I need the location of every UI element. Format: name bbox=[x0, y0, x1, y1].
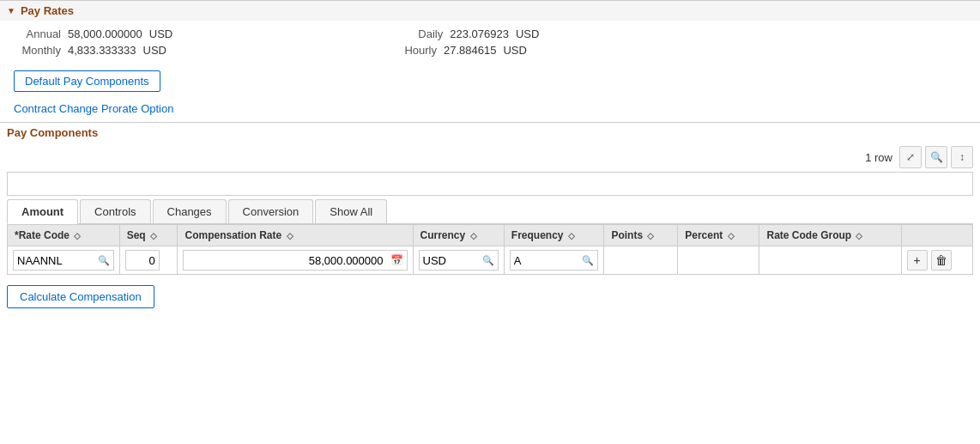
monthly-label: Monthly bbox=[14, 44, 61, 57]
monthly-rate: Monthly 4,833.333333 USD bbox=[14, 44, 166, 57]
daily-currency: USD bbox=[516, 27, 539, 40]
annual-value: 58,000.000000 bbox=[68, 27, 142, 40]
rate-code-input-wrapper: 🔍 bbox=[13, 250, 114, 271]
rate-code-cell: 🔍 bbox=[8, 246, 120, 275]
pay-components-title: Pay Components bbox=[7, 126, 98, 139]
currency-input[interactable] bbox=[423, 254, 482, 267]
th-currency: Currency ◇ bbox=[413, 225, 504, 246]
seq-cell bbox=[119, 246, 178, 275]
default-pay-components-button[interactable]: Default Pay Components bbox=[14, 70, 160, 92]
hourly-value: 27.884615 bbox=[444, 44, 496, 57]
frequency-lookup-icon[interactable]: 🔍 bbox=[582, 255, 594, 266]
pay-components-table: *Rate Code ◇ Seq ◇ Compensation Rate ◇ C… bbox=[7, 224, 973, 275]
row-actions-cell: + 🗑 bbox=[901, 246, 972, 275]
comp-rate-sort-icon[interactable]: ◇ bbox=[287, 231, 293, 240]
currency-lookup-icon[interactable]: 🔍 bbox=[482, 255, 494, 266]
th-actions bbox=[901, 225, 972, 246]
th-percent: Percent ◇ bbox=[678, 225, 759, 246]
delete-icon: 🗑 bbox=[935, 253, 947, 267]
tab-changes[interactable]: Changes bbox=[153, 199, 227, 223]
frequency-input[interactable] bbox=[514, 254, 583, 267]
monthly-value: 4,833.333333 bbox=[68, 44, 136, 57]
annual-rate: Annual 58,000.000000 USD bbox=[14, 27, 172, 40]
currency-sort-icon[interactable]: ◇ bbox=[470, 231, 477, 240]
search-input[interactable] bbox=[13, 178, 967, 191]
points-cell bbox=[604, 246, 678, 275]
delete-row-button[interactable]: 🗑 bbox=[931, 250, 952, 271]
rate-code-group-cell bbox=[759, 246, 901, 275]
frequency-sort-icon[interactable]: ◇ bbox=[568, 231, 575, 240]
currency-cell: 🔍 bbox=[413, 246, 504, 275]
hourly-rate: Hourly 27.884615 USD bbox=[390, 44, 527, 57]
add-icon: + bbox=[914, 253, 921, 267]
seq-input[interactable] bbox=[125, 250, 160, 271]
resize-icon-button[interactable]: ⤢ bbox=[899, 146, 922, 168]
pay-components-header: Pay Components bbox=[0, 122, 980, 143]
points-sort-icon[interactable]: ◇ bbox=[647, 231, 654, 240]
tab-show-all[interactable]: Show All bbox=[315, 199, 387, 223]
hourly-currency: USD bbox=[503, 44, 526, 57]
currency-input-wrapper: 🔍 bbox=[419, 250, 499, 271]
collapse-icon: ▼ bbox=[7, 6, 15, 15]
th-frequency: Frequency ◇ bbox=[504, 225, 604, 246]
tab-amount[interactable]: Amount bbox=[7, 199, 78, 224]
sort-icon-button[interactable]: ↕ bbox=[951, 146, 973, 168]
monthly-currency: USD bbox=[143, 44, 166, 57]
row-count: 1 row bbox=[865, 151, 892, 164]
frequency-input-wrapper: 🔍 bbox=[510, 250, 599, 271]
search-icon: 🔍 bbox=[930, 151, 943, 163]
comp-rate-cell: 📅 bbox=[178, 246, 413, 275]
table-header-row: *Rate Code ◇ Seq ◇ Compensation Rate ◇ C… bbox=[8, 225, 973, 246]
hourly-label: Hourly bbox=[390, 44, 437, 57]
table-toolbar: 1 row ⤢ 🔍 ↕ bbox=[0, 143, 980, 172]
rate-code-group-sort-icon[interactable]: ◇ bbox=[856, 231, 862, 240]
rate-code-sort-icon[interactable]: ◇ bbox=[74, 231, 81, 240]
percent-sort-icon[interactable]: ◇ bbox=[728, 231, 735, 240]
daily-label: Daily bbox=[396, 27, 443, 40]
th-comp-rate: Compensation Rate ◇ bbox=[178, 225, 413, 246]
daily-rate: Daily 223.076923 USD bbox=[396, 27, 539, 40]
resize-icon: ⤢ bbox=[906, 151, 915, 163]
th-rate-code-group: Rate Code Group ◇ bbox=[759, 225, 901, 246]
comp-rate-wrapper: 📅 bbox=[183, 250, 407, 271]
add-row-button[interactable]: + bbox=[907, 250, 928, 271]
calculate-compensation-button[interactable]: Calculate Compensation bbox=[7, 285, 154, 308]
pay-rates-content: Annual 58,000.000000 USD Daily 223.07692… bbox=[0, 21, 980, 64]
seq-sort-icon[interactable]: ◇ bbox=[150, 231, 157, 240]
frequency-cell: 🔍 bbox=[504, 246, 604, 275]
row-actions: + 🗑 bbox=[907, 250, 967, 271]
th-rate-code: *Rate Code ◇ bbox=[8, 225, 120, 246]
annual-currency: USD bbox=[149, 27, 172, 40]
toolbar-icons: ⤢ 🔍 ↕ bbox=[899, 146, 973, 168]
annual-label: Annual bbox=[14, 27, 61, 40]
search-icon-button[interactable]: 🔍 bbox=[925, 146, 947, 168]
comp-rate-input[interactable] bbox=[184, 252, 386, 269]
section-title: Pay Rates bbox=[21, 4, 74, 17]
search-bar bbox=[7, 172, 973, 196]
pay-rates-section-header[interactable]: ▼ Pay Rates bbox=[0, 0, 980, 21]
daily-value: 223.076923 bbox=[450, 27, 509, 40]
contract-change-prorate-link[interactable]: Contract Change Prorate Option bbox=[14, 102, 966, 115]
sort-icon: ↕ bbox=[959, 151, 965, 163]
rate-code-input[interactable] bbox=[17, 254, 98, 267]
percent-cell bbox=[678, 246, 759, 275]
rates-row-2: Monthly 4,833.333333 USD Hourly 27.88461… bbox=[14, 44, 966, 57]
tab-conversion[interactable]: Conversion bbox=[228, 199, 314, 223]
comp-rate-calc-icon[interactable]: 📅 bbox=[387, 254, 407, 266]
table-row: 🔍 📅 🔍 🔍 bbox=[8, 246, 973, 275]
rates-row-1: Annual 58,000.000000 USD Daily 223.07692… bbox=[14, 27, 966, 40]
tabs-container: Amount Controls Changes Conversion Show … bbox=[7, 199, 973, 224]
th-points: Points ◇ bbox=[604, 225, 678, 246]
rate-code-lookup-icon[interactable]: 🔍 bbox=[98, 255, 110, 266]
tab-controls[interactable]: Controls bbox=[80, 199, 150, 223]
th-seq: Seq ◇ bbox=[119, 225, 178, 246]
